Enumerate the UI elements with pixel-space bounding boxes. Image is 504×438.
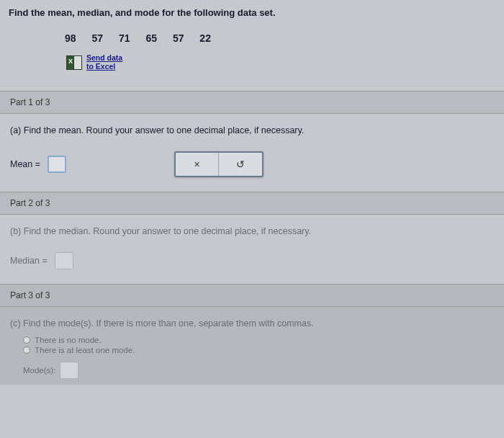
data-value: 57: [173, 32, 184, 44]
data-set: 98 57 71 65 57 22: [0, 24, 504, 54]
median-label: Median =: [10, 256, 48, 266]
excel-icon: [66, 55, 82, 70]
at-least-one-mode-label: There is at least one mode.: [35, 346, 135, 354]
part-3-instruction: (c) Find the mode(s). If there is more t…: [10, 318, 494, 328]
data-value: 57: [91, 32, 103, 44]
mode-input[interactable]: [60, 362, 78, 379]
no-mode-label: There is no mode.: [35, 336, 102, 344]
action-toolbar: × ↺: [174, 151, 264, 177]
mode-label: Mode(s):: [23, 366, 55, 375]
data-value: 98: [65, 32, 76, 44]
part-1-instruction: (a) Find the mean. Round your answer to …: [10, 125, 494, 135]
mean-label: Mean =: [10, 159, 40, 169]
data-value: 71: [119, 32, 130, 44]
data-value: 65: [145, 32, 157, 44]
question-text: Find the mean, median, and mode for the …: [0, 0, 504, 24]
clear-button[interactable]: ×: [176, 153, 219, 176]
part-2-instruction: (b) Find the median. Round your answer t…: [10, 226, 494, 236]
send-to-excel-link[interactable]: Send data to Excel: [86, 54, 122, 71]
mean-input[interactable]: [48, 156, 66, 173]
median-input[interactable]: [55, 252, 73, 269]
at-least-one-mode-radio[interactable]: [23, 347, 30, 354]
part-2-header: Part 2 of 3: [0, 192, 504, 215]
reset-button[interactable]: ↺: [219, 153, 262, 176]
part-3-header: Part 3 of 3: [0, 284, 504, 307]
part-1-header: Part 1 of 3: [0, 91, 504, 114]
no-mode-radio[interactable]: [23, 336, 30, 344]
data-value: 22: [199, 32, 211, 44]
